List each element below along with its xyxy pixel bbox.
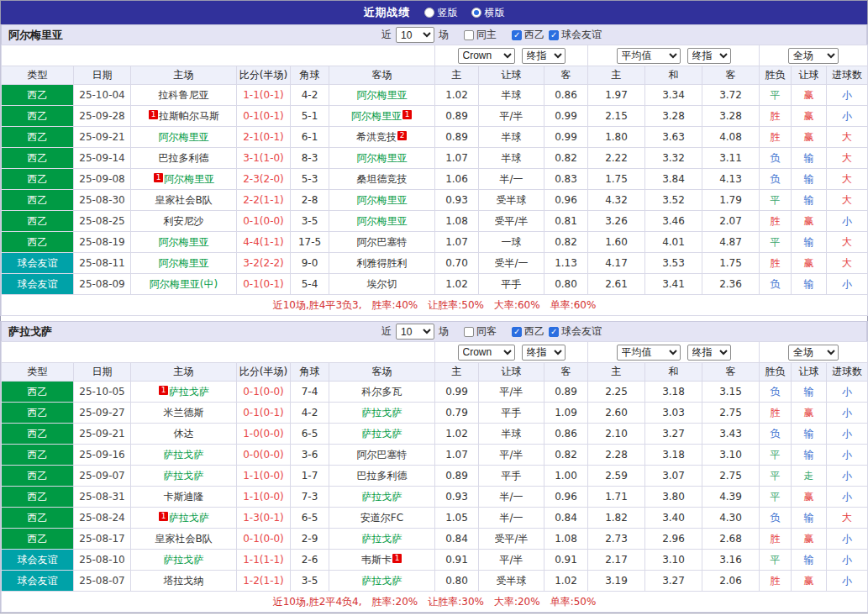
away-team[interactable]: 萨拉戈萨 bbox=[329, 487, 435, 508]
home-team[interactable]: 阿尔梅里亚 bbox=[131, 253, 237, 274]
home-team[interactable]: 皇家社会B队 bbox=[131, 190, 237, 211]
away-team[interactable]: 阿尔梅里亚 bbox=[329, 211, 435, 232]
home-team[interactable]: 米兰德斯 bbox=[131, 403, 237, 424]
avg-home: 4.17 bbox=[588, 253, 645, 274]
away-team[interactable]: 阿尔巴塞特 bbox=[329, 232, 435, 253]
avg-away: 2.07 bbox=[702, 211, 760, 232]
filter-checkbox-friendly[interactable]: 球会友谊 bbox=[549, 324, 602, 339]
odds-stage-select[interactable]: 终指 bbox=[522, 48, 566, 64]
odds-home: 1.02 bbox=[435, 85, 479, 106]
away-team[interactable]: 阿尔梅里亚 bbox=[329, 190, 435, 211]
odds-away: 1.08 bbox=[544, 529, 588, 550]
result-row: 西乙25-08-31卡斯迪隆1-1(0-0)7-3萨拉戈萨0.93半/一0.96… bbox=[2, 487, 868, 508]
away-team[interactable]: 阿尔梅里亚1 bbox=[329, 106, 435, 127]
avg-stage-select[interactable]: 终指 bbox=[687, 345, 731, 361]
away-team[interactable]: 萨拉戈萨 bbox=[329, 424, 435, 445]
near-label: 近 bbox=[381, 28, 392, 42]
filter-checkbox-friendly[interactable]: 球会友谊 bbox=[549, 28, 602, 42]
avg-draw: 2.96 bbox=[645, 529, 702, 550]
bookmaker-odds-group: Crown 终指 bbox=[435, 342, 588, 363]
away-team[interactable]: 巴拉多利德 bbox=[329, 466, 435, 487]
home-team[interactable]: 皇家社会B队 bbox=[131, 529, 237, 550]
odds-away: 1.09 bbox=[544, 403, 588, 424]
odds-away: 1.02 bbox=[544, 571, 588, 592]
filter-checkbox-league[interactable]: 西乙 bbox=[512, 324, 544, 339]
odds-home: 0.93 bbox=[435, 487, 479, 508]
away-team[interactable]: 韦斯卡1 bbox=[329, 550, 435, 571]
home-team[interactable]: 休达 bbox=[131, 424, 237, 445]
home-team[interactable]: 1萨拉戈萨 bbox=[131, 508, 237, 529]
match-date: 25-08-30 bbox=[74, 190, 131, 211]
home-team[interactable]: 阿尔梅里亚 bbox=[131, 127, 237, 148]
avg-draw: 3.03 bbox=[645, 403, 702, 424]
home-team[interactable]: 阿尔梅里亚(中) bbox=[131, 274, 237, 295]
avg-away: 2.75 bbox=[702, 466, 760, 487]
radio-horizontal-layout[interactable]: 横版 bbox=[471, 6, 505, 20]
away-team[interactable]: 萨拉戈萨 bbox=[329, 529, 435, 550]
away-team[interactable]: 阿尔巴塞特 bbox=[329, 445, 435, 466]
avg-home: 2.59 bbox=[588, 466, 645, 487]
odds-stage-select[interactable]: 终指 bbox=[522, 345, 566, 361]
match-date: 25-09-16 bbox=[74, 445, 131, 466]
bookmaker-select[interactable]: Crown bbox=[458, 345, 515, 361]
team-label: 皇家社会B队 bbox=[155, 533, 212, 545]
away-team[interactable]: 科尔多瓦 bbox=[329, 382, 435, 403]
score: 3-2(2-2) bbox=[237, 253, 291, 274]
result-row: 西乙25-09-21阿尔梅里亚2-1(0-1)6-1希洪竞技20.89半球0.9… bbox=[2, 127, 868, 148]
score: 2-2(1-1) bbox=[237, 190, 291, 211]
average-select[interactable]: 平均值 bbox=[617, 345, 681, 361]
home-team[interactable]: 拉科鲁尼亚 bbox=[131, 85, 237, 106]
away-team[interactable]: 萨拉戈萨 bbox=[329, 403, 435, 424]
team-label: 利安尼沙 bbox=[164, 215, 204, 227]
average-select[interactable]: 平均值 bbox=[617, 48, 681, 64]
odds-away: 1.00 bbox=[544, 466, 588, 487]
filter-checkbox-same-venue[interactable]: 同客 bbox=[464, 324, 497, 339]
col-let: 让球 bbox=[792, 66, 827, 85]
away-team[interactable]: 利雅得胜利 bbox=[329, 253, 435, 274]
home-team[interactable]: 1拉斯帕尔马斯 bbox=[131, 106, 237, 127]
radio-vertical-layout[interactable]: 竖版 bbox=[424, 6, 458, 20]
home-team[interactable]: 萨拉戈萨 bbox=[131, 466, 237, 487]
away-team[interactable]: 萨拉戈萨 bbox=[329, 571, 435, 592]
away-team[interactable]: 桑坦德竞技 bbox=[329, 169, 435, 190]
away-team[interactable]: 埃尔切 bbox=[329, 274, 435, 295]
avg-home: 2.60 bbox=[588, 403, 645, 424]
scope-select[interactable]: 全场 bbox=[788, 48, 839, 64]
home-team[interactable]: 利安尼沙 bbox=[131, 211, 237, 232]
home-team[interactable]: 阿尔梅里亚 bbox=[131, 232, 237, 253]
home-team[interactable]: 巴拉多利德 bbox=[131, 148, 237, 169]
score: 1-1(0-0) bbox=[237, 466, 291, 487]
away-team[interactable]: 希洪竞技2 bbox=[329, 127, 435, 148]
result-wdl: 胜 bbox=[760, 529, 792, 550]
home-team[interactable]: 1阿尔梅里亚 bbox=[131, 169, 237, 190]
handicap-result: 赢 bbox=[792, 127, 827, 148]
scope-select[interactable]: 全场 bbox=[788, 345, 839, 361]
away-team[interactable]: 阿尔梅里亚 bbox=[329, 148, 435, 169]
score: 1-2(1-1) bbox=[237, 571, 291, 592]
handicap-line: 平/半 bbox=[479, 550, 544, 571]
filter-checkbox-league[interactable]: 西乙 bbox=[512, 28, 544, 42]
team-label: 塔拉戈纳 bbox=[164, 575, 204, 587]
avg-stage-select[interactable]: 终指 bbox=[687, 48, 731, 64]
games-count-select[interactable]: 10 bbox=[396, 27, 434, 43]
result-row: 西乙25-08-17皇家社会B队0-1(0-0)2-9萨拉戈萨0.84受平/半1… bbox=[2, 529, 868, 550]
home-team[interactable]: 卡斯迪隆 bbox=[131, 487, 237, 508]
handicap-result: 赢 bbox=[792, 253, 827, 274]
col-handicap: 让球 bbox=[479, 66, 544, 85]
home-team[interactable]: 萨拉戈萨 bbox=[131, 445, 237, 466]
team-label: 科尔多瓦 bbox=[362, 386, 402, 398]
away-team[interactable]: 安道尔FC bbox=[329, 508, 435, 529]
col-score: 比分(半场) bbox=[237, 363, 291, 382]
filter-checkbox-same-venue[interactable]: 同主 bbox=[464, 28, 497, 42]
col-goals: 进球数 bbox=[827, 363, 868, 382]
filter-bar: 近 10 场 同主 西乙 球会友谊 bbox=[381, 25, 602, 45]
league-badge: 西乙 bbox=[2, 508, 74, 529]
home-team[interactable]: 萨拉戈萨 bbox=[131, 550, 237, 571]
away-team[interactable]: 阿尔梅里亚 bbox=[329, 85, 435, 106]
home-team[interactable]: 1萨拉戈萨 bbox=[131, 382, 237, 403]
team-label: 萨拉戈萨 bbox=[362, 491, 402, 503]
goals-result: 小 bbox=[827, 550, 868, 571]
home-team[interactable]: 塔拉戈纳 bbox=[131, 571, 237, 592]
bookmaker-select[interactable]: Crown bbox=[458, 48, 515, 64]
games-count-select[interactable]: 10 bbox=[396, 324, 434, 340]
